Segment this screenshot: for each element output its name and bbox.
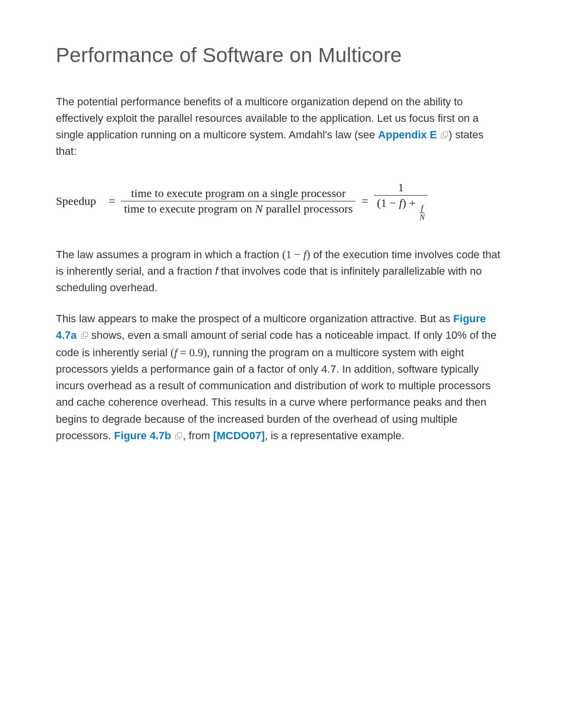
frac2-den-b: ) + bbox=[402, 197, 419, 209]
link-citation-mcdo07[interactable]: [MCDO07] bbox=[213, 430, 265, 442]
p2-math1-b: ) bbox=[307, 248, 310, 261]
p3-text-4: , from bbox=[183, 430, 213, 442]
popup-icon bbox=[175, 432, 182, 439]
formula-fraction-1: time to execute program on a single proc… bbox=[121, 186, 356, 216]
frac2-den-a: (1 − bbox=[377, 197, 399, 209]
p3-text-3: running the program on a multicore syste… bbox=[56, 347, 491, 442]
frac1-den-N: N bbox=[255, 202, 263, 215]
frac1-denominator: time to execute program on N parallel pr… bbox=[121, 201, 356, 216]
frac2-small-frac: fN bbox=[420, 204, 425, 221]
small-frac-num: f bbox=[421, 204, 423, 213]
frac2-numerator: 1 bbox=[388, 180, 413, 195]
frac1-den-b: parallel processors bbox=[263, 202, 353, 215]
popup-icon bbox=[441, 132, 448, 138]
paragraph-3: This law appears to make the prospect of… bbox=[56, 311, 507, 444]
page-heading: Performance of Software on Multicore bbox=[56, 44, 507, 67]
popup-icon bbox=[81, 332, 88, 339]
p2-math1: (1 − f) bbox=[282, 248, 310, 261]
formula-fraction-2: 1 (1 − f) + fN bbox=[374, 180, 427, 222]
frac2-denominator: (1 − f) + fN bbox=[374, 196, 427, 222]
p3-math2: (f = 0.9), bbox=[171, 347, 210, 359]
amdahl-formula: Speedup = time to execute program on a s… bbox=[56, 180, 507, 222]
link-figure-4-7b[interactable]: Figure 4.7b bbox=[114, 430, 183, 442]
link-figure-4-7b-label: Figure 4.7b bbox=[114, 430, 171, 442]
link-appendix-e[interactable]: Appendix E bbox=[378, 129, 448, 141]
p3-math2-a: ( bbox=[171, 347, 174, 359]
p3-math2-b: = 0.9), bbox=[177, 347, 210, 359]
paragraph-1: The potential performance benefits of a … bbox=[56, 94, 507, 160]
equals-2: = bbox=[356, 195, 374, 208]
p3-text-1: This law appears to make the prospect of… bbox=[56, 313, 453, 325]
small-frac-den: N bbox=[420, 213, 425, 222]
p2-text-1: The law assumes a program in which a fra… bbox=[56, 248, 282, 261]
p2-math1-a: (1 − bbox=[282, 248, 304, 261]
p3-text-5: , is a representative example. bbox=[265, 430, 404, 442]
formula-lhs: Speedup bbox=[56, 195, 103, 208]
link-appendix-e-label: Appendix E bbox=[378, 129, 437, 141]
page-content: Performance of Software on Multicore The… bbox=[0, 0, 563, 728]
frac1-numerator: time to execute program on a single proc… bbox=[128, 186, 349, 201]
equals-1: = bbox=[103, 195, 121, 208]
paragraph-2: The law assumes a program in which a fra… bbox=[56, 246, 507, 297]
frac1-den-a: time to execute program on bbox=[124, 202, 255, 215]
